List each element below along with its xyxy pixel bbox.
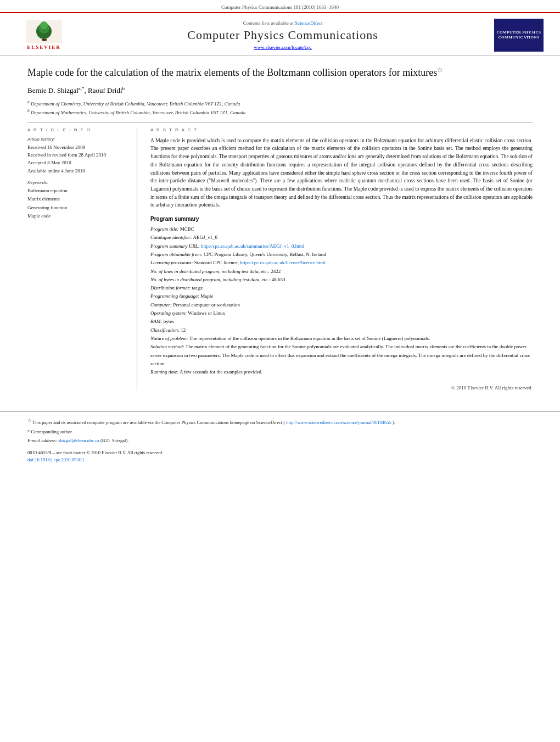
history-label: Article history: [27,137,131,142]
prog-licensing-line: Licensing provisions: Standard CPC licen… [150,259,533,267]
prog-classification-line: Classification: 12 [150,326,533,334]
prog-nature-line: Nature of problem: The representation of… [150,334,533,343]
abstract-text: A Maple code is provided which is used t… [150,137,533,209]
prog-ram-line: RAM: bytes [150,317,533,326]
affiliations: a Department of Chemistry, University of… [27,99,533,117]
prog-runtime-line: Running time: A few seconds for the exam… [150,368,533,376]
program-summary-title: Program summary [150,216,533,222]
content-area: Maple code for the calculation of the ma… [0,55,560,400]
corresponding-footnote: * Corresponding author. [27,428,533,436]
elsevier-tree-icon [26,20,62,43]
star-footnote: ☆ This paper and its associated computer… [27,417,533,426]
keyword-4: Maple code [27,212,131,220]
email-link[interactable]: shizgal@chem.ubc.ca [58,438,99,443]
cpc-logo: COMPUTER PHYSICSCOMMUNICATIONS [494,19,544,52]
aff-b-label: b [27,108,30,113]
prog-computer-line: Computer: Personal computer or workstati… [150,301,533,309]
keywords-section: Keywords: Boltzmann equation Matrix elem… [27,180,131,220]
contents-list-text: Contents lists available at ScienceDirec… [77,20,489,26]
star-icon: ☆ [437,66,443,74]
prog-language-line: Programming language: Maple [150,292,533,300]
prog-distribution-line: Distribution format: tar.gz [150,284,533,292]
prog-title-line: Program title: MCBC [150,225,533,233]
keyword-3: Generating function [27,204,131,212]
authors-line: Bernie D. Shizgala,*, Raouf Dridib [27,86,533,95]
author-b-sup: b [122,86,125,91]
prog-lines-line: No. of lines in distributed program, inc… [150,267,533,276]
svg-rect-5 [42,39,47,41]
sciencedirect-link[interactable]: ScienceDirect [295,20,322,26]
sciencedirect-journal-link[interactable]: http://www.sciencedirect.com/science/jou… [286,420,391,425]
header-center: Contents lists available at ScienceDirec… [71,20,494,50]
cpc-logo-text: COMPUTER PHYSICSCOMMUNICATIONS [497,30,541,40]
prog-url-line: Program summary URL: http://cpc.cs.qub.a… [150,242,533,250]
journal-title: Computer Physics Communications [77,28,489,42]
affiliation-b: b Department of Mathematics, University … [27,108,533,117]
elsevier-logo: ELSEVIER [16,19,71,52]
keyword-2: Matrix elements [27,195,131,203]
citation-bar: Computer Physics Communications 181 (201… [0,0,560,12]
footer-section: ☆ This paper and its associated computer… [0,411,560,468]
accepted-date: Accepted 8 May 2010 [27,159,131,166]
received-date: Received 16 November 2009 [27,143,131,151]
available-date: Available online 4 June 2010 [27,167,131,175]
elsevier-wordmark: ELSEVIER [27,44,61,50]
email-footnote: E-mail address: shizgal@chem.ubc.ca (B.D… [27,437,533,445]
issn-line: 0010-4655/$ – see front matter © 2010 El… [27,449,533,464]
doi-link[interactable]: doi:10.1016/j.cpc.2010.05.011 [27,457,85,462]
journal-url-link[interactable]: www.elsevier.com/locate/cpc [254,44,311,50]
abstract-label: A B S T R A C T [150,127,533,132]
citation-text: Computer Physics Communications 181 (201… [221,4,339,10]
keyword-1: Boltzmann equation [27,187,131,195]
keywords-label: Keywords: [27,180,131,185]
prog-bytes-line: No. of bytes in distributed program, inc… [150,276,533,284]
prog-solution-line: Solution method: The matrix element of t… [150,343,533,368]
prog-obtainable-line: Program obtainable from: CPC Program Lib… [150,250,533,259]
two-column-layout: A R T I C L E I N F O Article history: R… [27,127,533,391]
licence-link[interactable]: http://cpc.cs.qub.ac.uk/licence/licence.… [240,260,326,265]
aff-a-label: a [27,99,30,104]
copyright-text: © 2010 Elsevier B.V. All rights reserved… [150,382,533,390]
prog-os-line: Operating system: Windows or Linux [150,309,533,317]
article-history: Article history: Received 16 November 20… [27,137,131,175]
revised-date: Received in revised form 28 April 2010 [27,151,131,159]
author-a-sup: a,* [79,86,85,91]
svg-point-4 [40,21,48,29]
journal-header: ELSEVIER Contents lists available at Sci… [0,12,560,55]
article-info-label: A R T I C L E I N F O [27,127,131,132]
article-info-column: A R T I C L E I N F O Article history: R… [27,127,137,391]
divider [27,122,533,123]
affiliation-a: a Department of Chemistry, University of… [27,99,533,108]
paper-title: Maple code for the calculation of the ma… [27,65,533,79]
journal-url: www.elsevier.com/locate/cpc [77,44,489,50]
prog-url-link[interactable]: http://cpc.cs.qub.ac.uk/summaries/AEGJ_v… [201,243,304,249]
program-summary: Program summary Program title: MCBC Cata… [150,216,533,390]
abstract-column: A B S T R A C T A Maple code is provided… [150,127,533,391]
prog-catalogue-line: Catalogue identifier: AEGJ_v1_0 [150,233,533,242]
page: Computer Physics Communications 181 (201… [0,0,560,742]
